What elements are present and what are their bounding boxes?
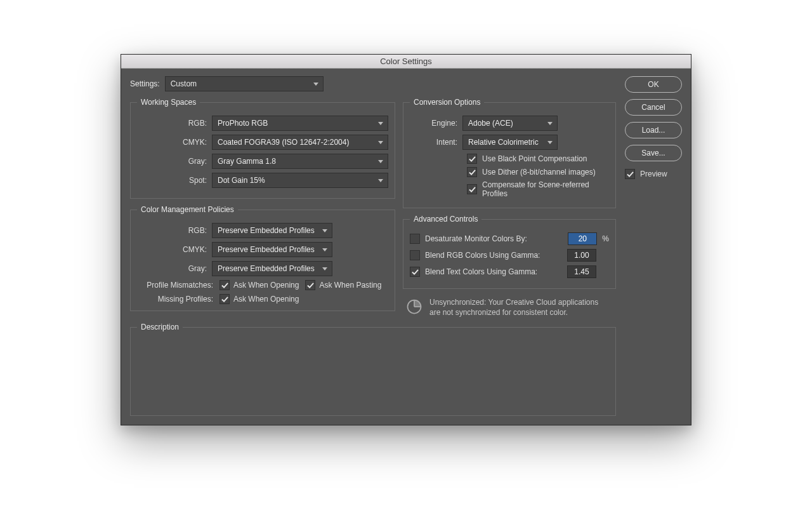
policies-legend: Color Management Policies	[137, 205, 238, 214]
ws-rgb-select[interactable]: ProPhoto RGB	[212, 116, 388, 131]
ws-gray-select[interactable]: Gray Gamma 1.8	[212, 154, 388, 169]
advanced-controls-group: Advanced Controls Desaturate Monitor Col…	[403, 215, 616, 289]
intent-label: Intent:	[410, 138, 457, 147]
desaturate-checkbox[interactable]	[410, 234, 420, 244]
ws-rgb-label: RGB:	[137, 119, 207, 128]
black-point-label: Use Black Point Compensation	[482, 154, 587, 163]
conversion-options-group: Conversion Options Engine: Adobe (ACE) I…	[403, 98, 616, 208]
blend-rgb-checkbox[interactable]	[410, 250, 420, 260]
missing-profiles-row: Missing Profiles: Ask When Opening	[137, 294, 388, 304]
missing-ask-open-label: Ask When Opening	[233, 295, 299, 304]
compensate-label: Compensate for Scene-referred Profiles	[482, 180, 609, 198]
missing-ask-open: Ask When Opening	[219, 294, 299, 304]
description-legend: Description	[137, 323, 183, 331]
mismatch-ask-open: Ask When Opening	[219, 280, 299, 290]
compensate-checkbox[interactable]	[467, 184, 477, 194]
sync-icon	[405, 298, 423, 316]
dialog-body: Settings: Custom Working Spaces RGB: Pro…	[121, 69, 691, 425]
ask-paste-checkbox[interactable]	[305, 280, 315, 290]
settings-select[interactable]: Custom	[165, 76, 324, 91]
sync-text: Unsynchronized: Your Creative Cloud appl…	[429, 298, 611, 318]
blend-text-label: Blend Text Colors Using Gamma:	[425, 267, 562, 276]
settings-value: Custom	[171, 79, 197, 88]
left-column: Working Spaces RGB: ProPhoto RGB CMYK: C…	[130, 98, 395, 318]
engine-label: Engine:	[410, 119, 457, 128]
main-column: Settings: Custom Working Spaces RGB: Pro…	[130, 76, 616, 416]
blend-text-input[interactable]: 1.45	[567, 265, 596, 278]
ws-spot-label: Spot:	[137, 176, 207, 185]
pol-gray-label: Gray:	[137, 264, 207, 273]
missing-label: Missing Profiles:	[137, 295, 213, 304]
desaturate-input[interactable]: 20	[568, 232, 597, 245]
dither-label: Use Dither (8-bit/channel images)	[482, 168, 596, 177]
conversion-legend: Conversion Options	[410, 98, 484, 107]
profile-mismatches-row: Profile Mismatches: Ask When Opening Ask…	[137, 280, 388, 290]
ask-open-checkbox[interactable]	[219, 280, 230, 290]
mismatch-label: Profile Mismatches:	[137, 281, 213, 290]
preview-label: Preview	[640, 170, 667, 178]
pol-rgb-select[interactable]: Preserve Embedded Profiles	[212, 223, 332, 238]
pol-gray-select[interactable]: Preserve Embedded Profiles	[212, 261, 332, 276]
color-settings-dialog: Color Settings Settings: Custom Working …	[121, 54, 691, 425]
ws-spot-select[interactable]: Dot Gain 15%	[212, 173, 388, 188]
blend-text-checkbox[interactable]	[410, 267, 420, 277]
pol-cmyk-select[interactable]: Preserve Embedded Profiles	[212, 242, 332, 257]
sync-status: Unsynchronized: Your Creative Cloud appl…	[403, 295, 616, 318]
description-group: Description	[130, 323, 616, 416]
blend-rgb-input[interactable]: 1.00	[567, 249, 596, 262]
columns: Working Spaces RGB: ProPhoto RGB CMYK: C…	[130, 98, 616, 318]
engine-select[interactable]: Adobe (ACE)	[462, 116, 558, 131]
ok-button[interactable]: OK	[625, 76, 682, 93]
black-point-checkbox[interactable]	[467, 154, 477, 164]
load-button[interactable]: Load...	[625, 122, 682, 138]
advanced-legend: Advanced Controls	[410, 215, 481, 224]
mismatch-ask-paste: Ask When Pasting	[305, 280, 381, 290]
ws-cmyk-select[interactable]: Coated FOGRA39 (ISO 12647-2:2004)	[212, 135, 388, 150]
settings-row: Settings: Custom	[130, 76, 616, 91]
desaturate-label: Desaturate Monitor Colors By:	[425, 234, 563, 243]
intent-select[interactable]: Relative Colorimetric	[462, 135, 558, 150]
side-buttons: OK Cancel Load... Save... Preview	[625, 76, 682, 416]
ws-gray-label: Gray:	[137, 157, 207, 166]
color-management-policies-group: Color Management Policies RGB: Preserve …	[130, 205, 395, 311]
right-column: Conversion Options Engine: Adobe (ACE) I…	[403, 98, 616, 318]
ask-open-label: Ask When Opening	[233, 281, 299, 290]
desaturate-unit: %	[602, 234, 609, 243]
pol-cmyk-label: CMYK:	[137, 245, 207, 254]
missing-ask-open-checkbox[interactable]	[219, 294, 230, 304]
cancel-button[interactable]: Cancel	[625, 99, 682, 116]
working-spaces-legend: Working Spaces	[137, 98, 200, 107]
ask-paste-label: Ask When Pasting	[319, 281, 381, 290]
window-title: Color Settings	[121, 55, 691, 69]
dither-checkbox[interactable]	[467, 167, 477, 177]
preview-row: Preview	[625, 169, 682, 179]
save-button[interactable]: Save...	[625, 145, 682, 161]
pol-rgb-label: RGB:	[137, 226, 207, 235]
settings-label: Settings:	[130, 79, 160, 88]
ws-cmyk-label: CMYK:	[137, 138, 207, 147]
blend-rgb-label: Blend RGB Colors Using Gamma:	[425, 251, 562, 260]
working-spaces-group: Working Spaces RGB: ProPhoto RGB CMYK: C…	[130, 98, 395, 199]
preview-checkbox[interactable]	[625, 169, 635, 179]
